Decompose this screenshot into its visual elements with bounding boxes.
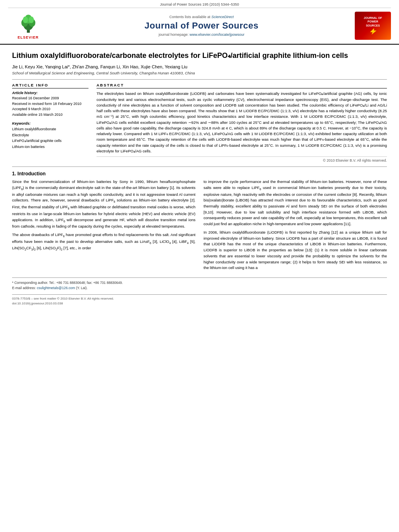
introduction-section: 1. Introduction Since the first commerci… [12, 171, 387, 273]
keywords-label: Keywords: [12, 121, 88, 125]
section-title: 1. Introduction [12, 171, 387, 177]
divider-1 [12, 79, 387, 80]
bottom-bar: 0378-7753/$ – see front matter © 2010 El… [12, 294, 387, 306]
journal-header: Journal of Power Sources 195 (2010) 5344… [0, 0, 399, 45]
intro-para-2: The above drawbacks of LiPF6 have promot… [12, 232, 195, 252]
elsevier-tree-icon [17, 12, 39, 35]
issn-line: 0378-7753/$ – see front matter © 2010 El… [12, 296, 114, 301]
keyword-3: LiFePO₄/artificial graphite cells [12, 138, 88, 144]
intro-para-4: In 2006, lithium oxalyldifluoroborate (L… [204, 230, 387, 271]
authors: Jie Li, Keyu Xie, Yanqing Lai*, Zhi'an Z… [12, 64, 387, 69]
intro-para-1: Since the first commercialization of lit… [12, 179, 195, 230]
footnote-email: E-mail address: csulightmetals@126.com (… [12, 286, 387, 291]
journal-title: Journal of Power Sources [144, 21, 258, 31]
journal-center: Contents lists available at ScienceDirec… [48, 15, 355, 37]
keyword-1: Lithium oxalyldifluoroborate [12, 126, 88, 132]
doi-line: doi:10.1016/j.jpowsour.2010.03.038 [12, 301, 114, 306]
homepage-label: journal homepage: [158, 33, 189, 37]
abstract-label: ABSTRACT [97, 83, 387, 88]
body-two-col: Since the first commercialization of lit… [12, 179, 387, 273]
abstract-text: The electrolytes based on lithium oxalyl… [97, 91, 387, 154]
page: Journal of Power Sources 195 (2010) 5344… [0, 0, 399, 532]
history-label: Article history: [12, 91, 88, 95]
divider-2 [12, 166, 387, 167]
keyword-4: Lithium-ion batteries [12, 144, 88, 150]
svg-point-5 [23, 16, 28, 23]
lightning-icon [363, 27, 383, 35]
sciencedirect-link[interactable]: ScienceDirect [212, 15, 234, 19]
available-date: Available online 15 March 2010 [12, 112, 88, 118]
power-sources-logo-text: JOURNAL OF POWER SOURCES [364, 16, 382, 27]
intro-para-3: to improve the cycle performance and the… [204, 179, 387, 227]
email-suffix: (Y. Lai). [76, 286, 88, 290]
journal-homepage: journal homepage: www.elsevier.com/locat… [158, 33, 245, 37]
abstract-col: ABSTRACT The electrolytes based on lithi… [97, 83, 387, 162]
received-date: Received 16 December 2009 [12, 96, 88, 101]
copyright: © 2010 Elsevier B.V. All rights reserved… [97, 156, 387, 162]
email-link[interactable]: csulightmetals@126.com [37, 286, 75, 290]
main-content: Lithium oxalyldifluoroborate/carbonate e… [0, 45, 399, 532]
article-history: Article history: Received 16 December 20… [12, 91, 88, 117]
elsevier-label: ELSEVIER [18, 35, 39, 39]
sciencedirect-label: Contents lists available at [169, 15, 210, 19]
footnote-corresponding: * Corresponding author. Tel.: +86 731 88… [12, 280, 387, 286]
sciencedirect-line: Contents lists available at ScienceDirec… [169, 15, 234, 19]
article-info-col: Article Info Article history: Received 1… [12, 83, 88, 162]
body-left-col: Since the first commercialization of lit… [12, 179, 195, 273]
footnote-area: * Corresponding author. Tel.: +86 731 88… [12, 277, 387, 291]
accepted-date: Accepted 9 March 2010 [12, 107, 88, 112]
received-revised-date: Received in revised form 18 February 201… [12, 101, 88, 107]
bottom-left: 0378-7753/$ – see front matter © 2010 El… [12, 296, 114, 306]
article-info-label: Article Info [12, 83, 88, 88]
body-right-col: to improve the cycle performance and the… [204, 179, 387, 273]
affiliation: School of Metallurgical Science and Engi… [12, 71, 387, 75]
journal-top-bar: Journal of Power Sources 195 (2010) 5344… [8, 2, 391, 8]
elsevier-logo: ELSEVIER [8, 12, 48, 39]
journal-branding: ELSEVIER Contents lists available at Sci… [8, 9, 391, 42]
power-sources-logo: JOURNAL OF POWER SOURCES [355, 12, 391, 40]
svg-point-6 [29, 16, 34, 23]
article-info-abstract: Article Info Article history: Received 1… [12, 83, 387, 162]
article-title: Lithium oxalyldifluoroborate/carbonate e… [12, 51, 387, 60]
keyword-2: Electrolyte [12, 132, 88, 138]
homepage-url[interactable]: www.elsevier.com/locate/jpowsour [189, 33, 245, 37]
svg-marker-7 [370, 28, 376, 35]
